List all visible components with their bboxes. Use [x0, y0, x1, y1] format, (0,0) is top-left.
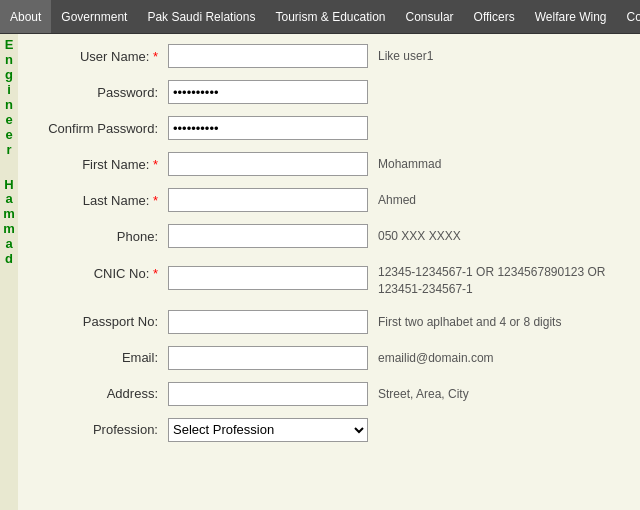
passport-hint: First two aplhabet and 4 or 8 digits — [378, 315, 620, 329]
address-input[interactable] — [168, 382, 368, 406]
sidebar-letter-r: r — [0, 143, 18, 158]
sidebar-letter-d: d — [0, 252, 18, 267]
phone-label: Phone: — [38, 229, 168, 244]
passport-label: Passport No: — [38, 314, 168, 329]
sidebar-letter-n1: n — [0, 53, 18, 68]
phone-hint: 050 XXX XXXX — [378, 229, 620, 243]
phone-row: Phone: 050 XXX XXXX — [38, 224, 620, 248]
username-label: User Name: * — [38, 49, 168, 64]
firstname-input[interactable] — [168, 152, 368, 176]
nav-government[interactable]: Government — [51, 0, 137, 33]
nav-commercial[interactable]: Commercial Wing — [617, 0, 641, 33]
sidebar-letter-i: i — [0, 83, 18, 98]
email-input[interactable] — [168, 346, 368, 370]
sidebar: E n g i n e e r H a m m a d — [0, 34, 18, 510]
email-label: Email: — [38, 350, 168, 365]
passport-row: Passport No: First two aplhabet and 4 or… — [38, 310, 620, 334]
address-label: Address: — [38, 386, 168, 401]
content-area: User Name: * Like user1 Password: Confir… — [18, 34, 640, 510]
sidebar-letter-m1: m — [0, 207, 18, 222]
sidebar-letter-E: E — [0, 38, 18, 53]
sidebar-letter-a1: a — [0, 192, 18, 207]
lastname-row: Last Name: * Ahmed — [38, 188, 620, 212]
sidebar-letter-H: H — [0, 178, 18, 193]
username-hint: Like user1 — [378, 49, 620, 63]
password-input[interactable] — [168, 80, 368, 104]
cnic-row: CNIC No: * 12345-1234567-1 OR 1234567890… — [38, 260, 620, 298]
sidebar-letter-g: g — [0, 68, 18, 83]
profession-select[interactable]: Select Profession Engineer Doctor Teache… — [168, 418, 368, 442]
confirm-password-row: Confirm Password: — [38, 116, 620, 140]
address-hint: Street, Area, City — [378, 387, 620, 401]
cnic-input[interactable] — [168, 266, 368, 290]
username-input[interactable] — [168, 44, 368, 68]
lastname-input[interactable] — [168, 188, 368, 212]
password-row: Password: — [38, 80, 620, 104]
sidebar-letter-a2: a — [0, 237, 18, 252]
nav-officers[interactable]: Officers — [464, 0, 525, 33]
passport-input[interactable] — [168, 310, 368, 334]
sidebar-letter-e2: e — [0, 128, 18, 143]
lastname-hint: Ahmed — [378, 193, 620, 207]
confirm-password-label: Confirm Password: — [38, 121, 168, 136]
profession-row: Profession: Select Profession Engineer D… — [38, 418, 620, 442]
confirm-password-input[interactable] — [168, 116, 368, 140]
navbar: About Government Pak Saudi Relations Tou… — [0, 0, 640, 34]
email-row: Email: emailid@domain.com — [38, 346, 620, 370]
nav-about[interactable]: About — [0, 0, 51, 33]
main-layout: E n g i n e e r H a m m a d User Name: *… — [0, 34, 640, 510]
nav-tourism[interactable]: Tourism & Education — [265, 0, 395, 33]
address-row: Address: Street, Area, City — [38, 382, 620, 406]
sidebar-letter-n2: n — [0, 98, 18, 113]
email-hint: emailid@domain.com — [378, 351, 620, 365]
password-label: Password: — [38, 85, 168, 100]
cnic-hint: 12345-1234567-1 OR 1234567890123 OR12345… — [378, 264, 620, 298]
firstname-row: First Name: * Mohammad — [38, 152, 620, 176]
profession-label: Profession: — [38, 422, 168, 437]
phone-input[interactable] — [168, 224, 368, 248]
sidebar-letter-m2: m — [0, 222, 18, 237]
sidebar-letter-e1: e — [0, 113, 18, 128]
nav-welfare[interactable]: Welfare Wing — [525, 0, 617, 33]
username-row: User Name: * Like user1 — [38, 44, 620, 68]
firstname-label: First Name: * — [38, 157, 168, 172]
cnic-label: CNIC No: * — [38, 264, 168, 281]
nav-pak-saudi[interactable]: Pak Saudi Relations — [137, 0, 265, 33]
lastname-label: Last Name: * — [38, 193, 168, 208]
firstname-hint: Mohammad — [378, 157, 620, 171]
nav-consular[interactable]: Consular — [396, 0, 464, 33]
